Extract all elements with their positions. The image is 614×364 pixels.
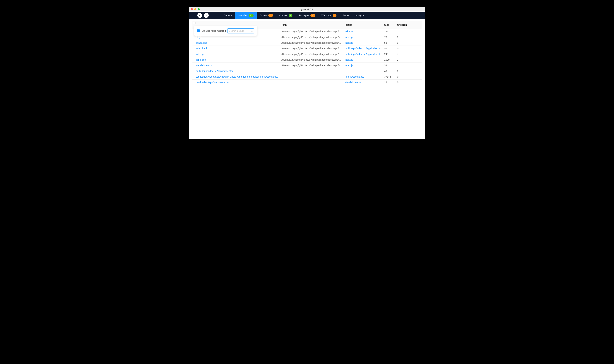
module-children: 1: [397, 30, 411, 33]
search-icon: [251, 30, 253, 32]
module-issuer-link[interactable]: index.js: [345, 58, 384, 61]
module-size: 39: [384, 64, 397, 67]
module-children: 0: [397, 36, 411, 39]
minimize-window-button[interactable]: [194, 8, 196, 10]
tab-badge: 4: [333, 14, 336, 17]
filter-popup: Exclude node modules: [194, 26, 257, 36]
module-children: 7: [397, 53, 411, 55]
table-row: index.html/Users/ozsayag/gitProjects/yab…: [192, 46, 422, 51]
tab-label: Analysis: [356, 14, 364, 17]
module-size: 194: [384, 30, 397, 33]
tab-general[interactable]: General: [221, 12, 235, 19]
tab-badge: 1: [289, 14, 293, 17]
header-children[interactable]: Children: [397, 24, 411, 26]
module-size: 28: [384, 81, 397, 84]
header-issuer[interactable]: Issuer: [345, 24, 384, 26]
tab-label: Packages: [299, 14, 309, 17]
tab-label: Chunks: [279, 14, 287, 17]
tab-packages[interactable]: Packages10: [295, 12, 318, 19]
exclude-node-modules-label: Exclude node modules: [201, 29, 226, 32]
table-row: css-loader ./app/standalone.cssstandalon…: [192, 80, 422, 85]
tab-label: Warnings: [321, 14, 332, 17]
tab-badge: 23: [249, 14, 254, 17]
tab-errors[interactable]: Errors: [340, 12, 352, 19]
forward-button[interactable]: [204, 13, 209, 18]
navbar: GeneralModules23Assets11Chunks1Packages1…: [189, 12, 425, 19]
table-row: index.js/Users/ozsayag/gitProjects/yaba/…: [192, 51, 422, 57]
header-size[interactable]: Size: [384, 24, 397, 26]
module-size: 56: [384, 47, 397, 50]
module-name-link[interactable]: css-loader ./app/standalone.css: [196, 81, 281, 84]
module-size: 73: [384, 36, 397, 39]
traffic-lights: [191, 8, 200, 10]
module-path: /Users/ozsayag/gitProjects/yaba/packages…: [281, 36, 345, 39]
tab-assets[interactable]: Assets11: [257, 12, 276, 19]
close-window-button[interactable]: [191, 8, 193, 10]
module-name-link[interactable]: image.png: [196, 41, 281, 44]
module-children: 0: [397, 75, 411, 78]
tab-analysis[interactable]: Analysis: [352, 12, 367, 19]
module-name-link[interactable]: css-loader /Users/ozsayag/gitProjects/ya…: [196, 75, 281, 78]
content-area: − Exclude node modules Path Issuer Size: [189, 19, 425, 139]
module-path: /Users/ozsayag/gitProjects/yaba/packages…: [281, 58, 345, 61]
module-path: /Users/ozsayag/gitProjects/yaba/packages…: [281, 41, 345, 44]
tab-badge: 10: [310, 14, 315, 17]
header-path[interactable]: Path: [281, 24, 345, 26]
module-children: 0: [397, 41, 411, 44]
svg-point-0: [251, 30, 252, 31]
tab-label: Assets: [260, 14, 267, 17]
module-size: 37344: [384, 75, 397, 78]
module-size: 1099: [384, 58, 397, 61]
module-issuer-link[interactable]: font-awesome.css: [345, 75, 384, 78]
module-issuer-link[interactable]: multi ./app/index.js ./app/index.html: [345, 47, 384, 50]
module-name-link[interactable]: file.js: [196, 36, 281, 39]
module-issuer-link[interactable]: index.js: [345, 64, 384, 67]
module-issuer-link[interactable]: index.js: [345, 36, 384, 39]
module-issuer-link[interactable]: index.js: [345, 41, 384, 44]
module-name-link[interactable]: standalone.css: [196, 64, 281, 67]
modules-panel: − Exclude node modules Path Issuer Size: [192, 21, 422, 85]
search-module-input[interactable]: [227, 28, 254, 33]
exclude-node-modules-checkbox[interactable]: [197, 29, 200, 32]
nav-tabs: GeneralModules23Assets11Chunks1Packages1…: [221, 12, 367, 19]
table-row: image.png/Users/ozsayag/gitProjects/yaba…: [192, 40, 422, 46]
window-title: yaba v1.0.0: [301, 8, 313, 11]
module-children: 1: [397, 64, 411, 67]
module-issuer-link[interactable]: multi ./app/index.js ./app/index.html: [345, 53, 384, 55]
module-issuer-link[interactable]: standalone.css: [345, 81, 384, 84]
nav-history-buttons: [197, 13, 209, 18]
module-path: /Users/ozsayag/gitProjects/yaba/packages…: [281, 30, 345, 33]
app-window: yaba v1.0.0 GeneralModules23Assets11Chun…: [189, 7, 425, 139]
tab-warnings[interactable]: Warnings4: [318, 12, 340, 19]
module-size: 40: [384, 70, 397, 72]
tab-label: Errors: [343, 14, 349, 17]
table-row: standalone.css/Users/ozsayag/gitProjects…: [192, 63, 422, 68]
tab-label: General: [224, 14, 232, 17]
table-row: multi ./app/index.js ./app/index.html400: [192, 68, 422, 74]
collapse-toggle[interactable]: −: [193, 22, 196, 24]
table-row: css-loader /Users/ozsayag/gitProjects/ya…: [192, 74, 422, 80]
module-path: /Users/ozsayag/gitProjects/yaba/packages…: [281, 64, 345, 67]
module-issuer-link[interactable]: inline.css: [345, 30, 384, 33]
back-button[interactable]: [197, 13, 202, 18]
table-body: /Users/ozsayag/gitProjects/yaba/packages…: [192, 29, 422, 85]
module-children: 0: [397, 70, 411, 72]
tab-chunks[interactable]: Chunks1: [276, 12, 295, 19]
module-name-link[interactable]: index.js: [196, 53, 281, 55]
module-name-link[interactable]: multi ./app/index.js ./app/index.html: [196, 70, 281, 72]
module-name-link[interactable]: inline.css: [196, 58, 281, 61]
module-children: 2: [397, 58, 411, 61]
module-size: 240: [384, 53, 397, 55]
module-children: 0: [397, 47, 411, 50]
table-row: inline.css/Users/ozsayag/gitProjects/yab…: [192, 57, 422, 63]
module-size: 55: [384, 41, 397, 44]
maximize-window-button[interactable]: [198, 8, 200, 10]
search-wrap: [227, 28, 254, 33]
tab-badge: 11: [268, 14, 273, 17]
module-children: 0: [397, 81, 411, 84]
titlebar: yaba v1.0.0: [189, 7, 425, 12]
tab-modules[interactable]: Modules23: [235, 12, 257, 19]
module-path: /Users/ozsayag/gitProjects/yaba/packages…: [281, 47, 345, 50]
module-name-link[interactable]: index.html: [196, 47, 281, 50]
module-path: /Users/ozsayag/gitProjects/yaba/packages…: [281, 53, 345, 55]
